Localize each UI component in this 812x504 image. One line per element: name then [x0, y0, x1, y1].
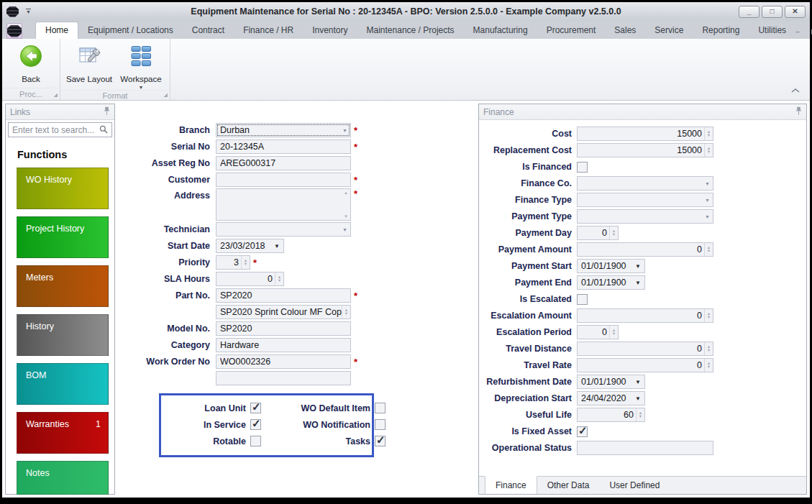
in-service-checkbox[interactable]: ✓	[250, 419, 261, 430]
spinner-icon[interactable]: ▲▼	[636, 408, 644, 421]
scroll-up-icon[interactable]: ▲	[344, 191, 348, 195]
payment-start-picker[interactable]: 01/01/1900▼	[577, 259, 645, 273]
category-input[interactable]: Hardware	[216, 338, 351, 352]
tab-contract[interactable]: Contract	[183, 22, 234, 39]
customer-input[interactable]	[216, 173, 351, 187]
start-date-picker[interactable]: 23/03/2018▼	[216, 239, 284, 253]
tab-finance-hr[interactable]: Finance / HR	[234, 22, 303, 39]
is-fixed-asset-label: Is Fixed Asset	[479, 426, 577, 436]
technician-select[interactable]: ▼	[216, 222, 351, 237]
finance-type-select[interactable]: ▼	[577, 193, 713, 207]
rotable-checkbox[interactable]	[250, 436, 261, 446]
tab-finance[interactable]: Finance	[485, 476, 537, 494]
tab-sales[interactable]: Sales	[605, 22, 645, 39]
pin-icon[interactable]	[795, 106, 802, 118]
collapse-ribbon-icon[interactable]	[788, 82, 803, 98]
tab-maintenance-projects[interactable]: Maintenance / Projects	[357, 22, 464, 39]
serial-no-input[interactable]: 20-12345A	[216, 139, 351, 154]
payment-end-picker[interactable]: 01/01/1900▼	[577, 275, 645, 290]
address-input[interactable]: ▲▼	[216, 188, 351, 221]
tasks-checkbox[interactable]: ✓	[375, 436, 386, 446]
is-escalated-checkbox[interactable]	[577, 294, 588, 305]
dialog-launcher-icon[interactable]	[53, 93, 58, 97]
work-order-no-input[interactable]: WO0002326	[216, 354, 351, 369]
refurbishment-date-picker[interactable]: 01/01/1900▼	[577, 375, 645, 389]
tab-inventory[interactable]: Inventory	[303, 22, 357, 39]
ribbon: Back Proc... Save Layout Workspace ▼ For…	[2, 39, 810, 101]
link-project-history[interactable]: Project History	[17, 216, 109, 258]
branch-select[interactable]: Durban▼	[216, 123, 351, 137]
ribbon-group-process: Back Proc...	[2, 39, 60, 100]
useful-life-stepper[interactable]: 60▲▼	[577, 408, 645, 422]
tab-procurement[interactable]: Procurement	[537, 22, 606, 39]
address-label: Address	[114, 188, 216, 201]
ribbon-tab-row: Home Equipment / Locations Contract Fina…	[2, 21, 810, 39]
tab-manufacturing[interactable]: Manufacturing	[464, 22, 537, 39]
back-button[interactable]: Back	[5, 42, 57, 83]
tab-reporting[interactable]: Reporting	[693, 22, 749, 39]
spinner-icon[interactable]: ▲▼	[704, 127, 713, 140]
model-no-input[interactable]: SP2020	[216, 321, 351, 336]
workspace-button[interactable]: Workspace ▼	[115, 42, 167, 90]
spinner-icon[interactable]: ▲▼	[241, 256, 250, 269]
loan-unit-checkbox[interactable]: ✓	[250, 403, 261, 413]
tab-home[interactable]: Home	[35, 22, 78, 39]
dialog-launcher-icon[interactable]	[163, 93, 168, 97]
search-input[interactable]: Enter text to search...	[8, 122, 112, 137]
spinner-icon[interactable]: ▲▼	[704, 309, 713, 322]
travel-distance-stepper[interactable]: 0▲▼	[577, 342, 713, 356]
spinner-icon[interactable]: ▲▼	[704, 144, 713, 157]
tasks-label: Tasks	[261, 436, 370, 446]
wo-default-item-checkbox[interactable]	[375, 403, 386, 413]
sla-hours-stepper[interactable]: 0▲▼	[216, 272, 284, 286]
link-notes[interactable]: Notes	[17, 461, 109, 495]
tab-utilities[interactable]: Utilities	[749, 22, 795, 39]
spinner-icon[interactable]: ▲▼	[704, 243, 713, 256]
pin-icon[interactable]	[104, 106, 110, 118]
spinner-icon[interactable]: ▲▼	[609, 226, 618, 239]
link-bom[interactable]: BOM	[17, 363, 109, 405]
wo-notification-checkbox[interactable]	[375, 419, 386, 430]
replacement-cost-stepper[interactable]: 15000▲▼	[577, 143, 713, 157]
part-no-input[interactable]: SP2020	[216, 288, 351, 303]
work-order-extra-field[interactable]	[216, 371, 351, 385]
payment-day-stepper[interactable]: 0▲▼	[577, 226, 619, 240]
tab-other-data[interactable]: Other Data	[537, 477, 600, 494]
scroll-icon[interactable]: ▲▼	[342, 306, 350, 319]
ribbon-minimize-icon[interactable]: –	[795, 27, 800, 36]
maximize-button[interactable]: □	[762, 6, 783, 18]
payment-type-select[interactable]: ▼	[577, 209, 713, 224]
tab-service[interactable]: Service	[645, 22, 693, 39]
operational-status-input[interactable]	[577, 441, 713, 455]
spinner-icon[interactable]: ▲▼	[609, 326, 618, 339]
scroll-down-icon[interactable]: ▼	[344, 214, 348, 219]
asset-reg-no-input[interactable]: AREG000317	[216, 156, 351, 170]
link-history[interactable]: History	[17, 314, 109, 356]
is-financed-checkbox[interactable]	[577, 162, 588, 173]
close-button[interactable]: ✕	[785, 6, 806, 18]
application-window: ▼ Equipment Maintenance for Serial No : …	[0, 0, 812, 504]
minimize-button[interactable]: _	[739, 6, 759, 18]
spinner-icon[interactable]: ▲▼	[704, 359, 713, 372]
application-menu-button[interactable]	[6, 23, 22, 39]
travel-rate-stepper[interactable]: 0▲▼	[577, 358, 713, 372]
escalation-period-stepper[interactable]: 0▲▼	[577, 325, 619, 339]
link-warranties[interactable]: Warranties1	[17, 412, 109, 454]
depreciation-start-picker[interactable]: 24/04/2020▼	[577, 391, 645, 406]
escalation-amount-label: Escalation Amount	[479, 311, 577, 321]
spinner-icon[interactable]: ▲▼	[704, 342, 713, 355]
save-layout-button[interactable]: Save Layout	[63, 42, 115, 83]
is-fixed-asset-checkbox[interactable]: ✓	[577, 426, 588, 437]
spinner-icon[interactable]: ▲▼	[275, 272, 283, 285]
tab-user-defined[interactable]: User Defined	[599, 477, 670, 494]
part-description-field[interactable]: SP2020 Sprint Colour MF Copier▲▼	[216, 305, 351, 319]
finance-co-select[interactable]: ▼	[577, 176, 713, 191]
cost-stepper[interactable]: 15000▲▼	[577, 127, 713, 141]
priority-stepper[interactable]: 3▲▼	[216, 255, 250, 270]
link-wo-history[interactable]: WO History	[17, 168, 109, 209]
payment-amount-stepper[interactable]: 0▲▼	[577, 242, 713, 257]
escalation-amount-stepper[interactable]: 0▲▼	[577, 308, 713, 323]
chevron-down-icon: ▼	[702, 181, 713, 186]
link-meters[interactable]: Meters	[17, 265, 109, 307]
tab-equipment-locations[interactable]: Equipment / Locations	[78, 22, 183, 39]
